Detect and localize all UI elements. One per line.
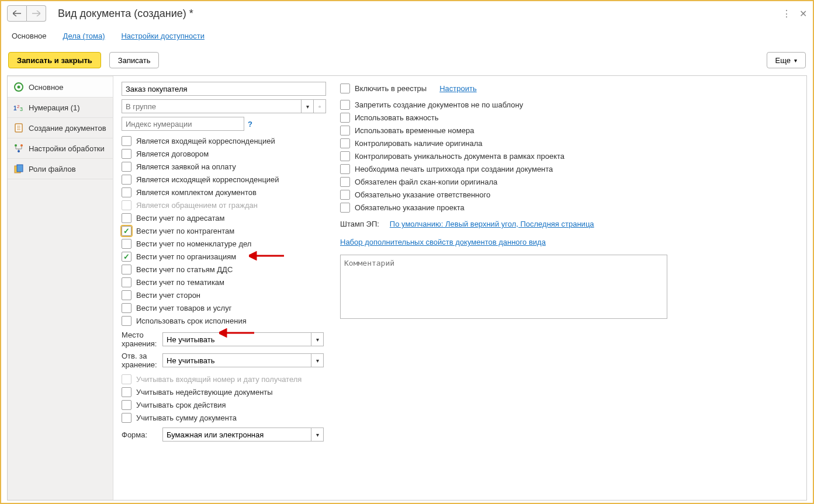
svg-point-9 [15, 144, 17, 147]
checkbox[interactable] [122, 175, 131, 185]
stamp-link[interactable]: По умолчанию: Левый верхний угол, Послед… [390, 220, 594, 228]
sidebar-item-label: Нумерация (1) [29, 103, 80, 112]
storage-resp-select[interactable]: ▾ [162, 353, 324, 367]
checkbox[interactable] [122, 226, 131, 236]
checkbox-label: Вести учет по адресатам [136, 214, 224, 223]
svg-text:3: 3 [20, 106, 23, 112]
svg-rect-13 [17, 165, 23, 172]
checkbox[interactable] [122, 149, 131, 159]
checkbox-label: Является заявкой на оплату [136, 162, 236, 171]
sidebar: Основное 123 Нумерация (1) Создание доку… [8, 76, 113, 500]
storage-resp-value[interactable] [162, 353, 311, 367]
comment-textarea[interactable] [340, 255, 667, 319]
group-input[interactable] [122, 99, 301, 113]
save-button[interactable]: Записать [109, 52, 160, 68]
checkbox[interactable] [122, 239, 131, 249]
form-value[interactable] [162, 427, 311, 442]
svg-point-1 [18, 86, 20, 89]
checkbox[interactable] [122, 387, 131, 397]
storage-place-label: Место хранения: [122, 331, 158, 348]
checkbox[interactable] [340, 126, 350, 135]
sidebar-item-file-roles[interactable]: Роли файлов [8, 159, 113, 179]
sidebar-item-label: Основное [29, 83, 64, 92]
form-select[interactable]: ▾ [162, 427, 324, 442]
checkbox[interactable] [122, 413, 131, 423]
checkbox [122, 374, 131, 384]
registry-checkbox[interactable] [340, 84, 350, 93]
flow-icon [13, 143, 24, 154]
checkbox[interactable] [122, 277, 131, 287]
checkbox-label: Использовать срок исполнения [136, 317, 247, 325]
checkbox[interactable] [340, 151, 350, 161]
checkbox-label: Является комплектом документов [136, 188, 257, 197]
checkbox[interactable] [340, 203, 350, 213]
checkbox[interactable] [340, 138, 350, 148]
checkbox[interactable] [340, 100, 350, 110]
checkbox-label: Использовать временные номера [355, 126, 474, 135]
checkbox[interactable] [122, 252, 131, 262]
checkbox-label: Учитывать сумму документа [136, 413, 237, 422]
checkbox[interactable] [122, 316, 131, 326]
svg-point-11 [18, 150, 20, 152]
registry-configure-link[interactable]: Настроить [439, 84, 477, 93]
open-dialog-icon[interactable]: ▫ [314, 99, 326, 113]
checkbox[interactable] [340, 177, 350, 187]
chevron-down-icon[interactable]: ▾ [311, 353, 324, 367]
checkbox [122, 200, 131, 210]
window-title: Вид документа (создание) * [58, 8, 782, 20]
group-combo[interactable]: ▾ ▫ [122, 99, 326, 113]
checkbox-label: Вести учет по контрагентам [136, 227, 234, 235]
checkbox-label: Контролировать наличие оригинала [355, 139, 483, 148]
checkbox[interactable] [340, 164, 350, 174]
registry-label: Включить в реестры [355, 84, 427, 93]
chevron-down-icon[interactable]: ▾ [311, 332, 324, 346]
name-input[interactable] [122, 82, 326, 96]
files-icon [13, 164, 24, 174]
nav-back-button[interactable] [7, 5, 27, 22]
checkbox[interactable] [122, 400, 131, 410]
index-input[interactable] [122, 117, 244, 131]
numbers-icon: 123 [13, 102, 24, 113]
sidebar-item-main[interactable]: Основное [8, 77, 113, 98]
checkbox[interactable] [122, 162, 131, 172]
storage-place-select[interactable]: ▾ [162, 332, 324, 346]
checkbox[interactable] [122, 136, 131, 146]
tab-access[interactable]: Настройки доступности [117, 29, 207, 44]
close-icon[interactable]: ✕ [799, 8, 807, 19]
sidebar-item-create-docs[interactable]: Создание документов [8, 118, 113, 138]
storage-place-value[interactable] [162, 332, 311, 346]
checkbox[interactable] [122, 290, 131, 300]
checkbox-label: Вести учет сторон [136, 291, 200, 300]
tab-files[interactable]: Дела (тома) [60, 29, 109, 44]
checkbox-label: Вести учет по тематикам [136, 278, 224, 287]
checkbox[interactable] [122, 213, 131, 223]
checkbox-label: Вести учет товаров и услуг [136, 304, 231, 312]
chevron-down-icon[interactable]: ▾ [301, 99, 314, 113]
checkbox-label: Обязательно указание ответственного [355, 190, 490, 199]
chevron-down-icon: ▾ [794, 57, 797, 64]
checkbox[interactable] [122, 303, 131, 313]
checkbox[interactable] [122, 265, 131, 274]
nav-forward-button[interactable] [27, 5, 46, 22]
sidebar-item-numbering[interactable]: 123 Нумерация (1) [8, 98, 113, 118]
additional-props-link[interactable]: Набор дополнительных свойств документов … [340, 238, 546, 246]
checkbox-label: Учитывать срок действия [136, 401, 226, 409]
chevron-down-icon[interactable]: ▾ [311, 427, 324, 442]
sidebar-item-processing[interactable]: Настройки обработки [8, 138, 113, 159]
checkbox[interactable] [122, 187, 131, 197]
checkbox-label: Обязательно указание проекта [355, 203, 465, 212]
help-icon[interactable]: ? [248, 120, 252, 128]
more-button[interactable]: Еще ▾ [767, 52, 806, 68]
checkbox-label: Запретить создание документов не по шабл… [355, 100, 523, 109]
checkbox[interactable] [340, 190, 350, 200]
checkbox-label: Вести учет по номенклатуре дел [136, 239, 251, 248]
checkbox-label: Является договором [136, 150, 209, 158]
save-close-button[interactable]: Записать и закрыть [8, 52, 101, 68]
checkbox-label: Необходима печать штрихкода при создании… [355, 165, 553, 173]
kebab-menu-icon[interactable]: ⋮ [782, 8, 791, 19]
doc-icon [13, 123, 24, 133]
checkbox[interactable] [340, 113, 350, 123]
sidebar-item-label: Настройки обработки [29, 144, 105, 153]
tab-main[interactable]: Основное [8, 29, 50, 44]
sidebar-item-label: Роли файлов [29, 165, 76, 173]
